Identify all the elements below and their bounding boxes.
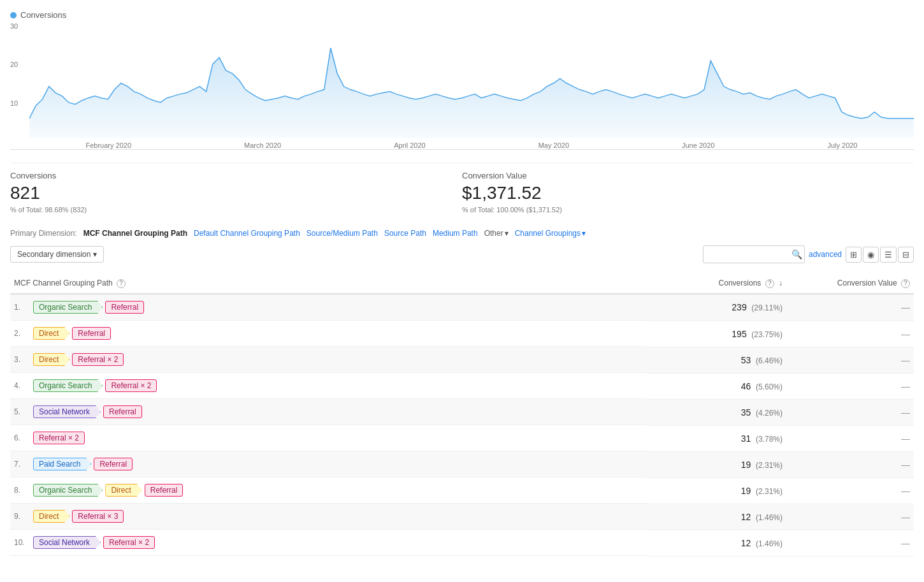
stat-conv-value-value: $1,371.52 (462, 183, 888, 203)
search-icon[interactable]: 🔍 (791, 249, 802, 259)
conv-number: 19 (741, 486, 751, 496)
conv-value-dash: — (901, 355, 910, 365)
dim-link-source[interactable]: Source Path (384, 229, 426, 238)
dim-other-chevron: ▾ (505, 229, 509, 238)
col-path-help[interactable]: ? (117, 279, 126, 288)
row-conversions: 31 (3.78%) (646, 425, 786, 451)
chart-svg (29, 22, 914, 138)
row-conversions: 12 (1.46%) (646, 530, 786, 556)
x-label-may: May 2020 (538, 142, 569, 149)
chart-container: 30 20 10 February 2020 March 2020 (10, 22, 914, 150)
chart-svg-area (29, 22, 914, 138)
dim-channel-groupings-dropdown[interactable]: Channel Groupings ▾ (515, 229, 586, 238)
col-header-path: MCF Channel Grouping Path ? (10, 273, 646, 294)
dim-link-medium[interactable]: Medium Path (433, 229, 478, 238)
y-label-30: 30 (10, 22, 18, 30)
row-number: 1. (14, 303, 33, 312)
col-val-help[interactable]: ? (901, 279, 910, 288)
chart-y-labels: 30 20 10 (10, 22, 18, 149)
tag-referral: Referral × 2 (33, 432, 85, 444)
conv-value-dash: — (901, 433, 910, 444)
row-number: 4. (14, 381, 33, 390)
x-label-mar: March 2020 (244, 142, 281, 149)
row-number: 10. (14, 538, 33, 547)
stat-conversions-value: 821 (10, 183, 437, 203)
conv-value-dash: — (901, 486, 910, 496)
chart-legend: Conversions (10, 10, 914, 20)
col-header-conversions[interactable]: Conversions ? ↓ (646, 273, 786, 294)
col-conv-help[interactable]: ? (765, 279, 774, 288)
tag-direct: Direct (105, 484, 141, 497)
x-label-apr: April 2020 (394, 142, 426, 149)
search-input[interactable] (709, 250, 791, 259)
conv-value-dash: — (901, 512, 910, 522)
y-label-20: 20 (10, 61, 18, 68)
row-path-cell: 6. Referral × 2 (10, 425, 646, 451)
row-conv-value: — (786, 294, 914, 321)
conv-percent: (1.46%) (756, 513, 783, 522)
x-label-jul: July 2020 (827, 142, 857, 149)
conv-value-dash: — (901, 407, 910, 418)
x-label-feb: February 2020 (86, 142, 132, 149)
table-row: 9. DirectReferral × 3 12 (1.46%) — (10, 504, 914, 530)
dim-active-link: MCF Channel Grouping Path (83, 229, 187, 238)
table-row: 10. Social NetworkReferral × 2 12 (1.46%… (10, 530, 914, 556)
advanced-link[interactable]: advanced (809, 250, 842, 259)
row-conv-value: — (786, 425, 914, 451)
dim-channel-groupings-label: Channel Groupings (515, 229, 581, 238)
tag-direct: Direct (33, 353, 69, 366)
row-conv-value: — (786, 504, 914, 530)
search-box: 🔍 (703, 245, 805, 263)
tag-direct: Direct (33, 510, 69, 523)
row-number: 9. (14, 512, 33, 521)
row-path-cell: 9. DirectReferral × 3 (10, 504, 646, 530)
table-row: 8. Organic SearchDirectReferral 19 (2.31… (10, 477, 914, 504)
conv-number: 239 (732, 302, 746, 312)
col-val-label: Conversion Value (837, 279, 897, 287)
view-grid-button[interactable]: ⊞ (846, 247, 862, 263)
row-conv-value: — (786, 451, 914, 477)
conv-percent: (2.31%) (756, 487, 783, 496)
row-conv-value: — (786, 399, 914, 425)
row-path-cell: 1. Organic SearchReferral (10, 295, 646, 321)
row-conv-value: — (786, 373, 914, 399)
row-conversions: 46 (5.60%) (646, 373, 786, 399)
view-list-button[interactable]: ☰ (880, 247, 897, 263)
secondary-dimension-button[interactable]: Secondary dimension ▾ (10, 246, 104, 263)
stat-conv-value-label: Conversion Value (462, 171, 888, 180)
conv-number: 12 (741, 512, 751, 522)
view-pie-button[interactable]: ◉ (863, 247, 879, 263)
row-conv-value: — (786, 347, 914, 373)
secondary-dim-chevron: ▾ (93, 250, 97, 259)
conv-number: 46 (741, 381, 751, 391)
row-conversions: 239 (29.11%) (646, 294, 786, 321)
tag-direct: Direct (33, 327, 69, 340)
conv-percent: (4.26%) (756, 409, 783, 418)
dim-other-dropdown[interactable]: Other ▾ (484, 229, 509, 238)
dim-link-source-medium[interactable]: Source/Medium Path (307, 229, 378, 238)
row-number: 7. (14, 460, 33, 469)
row-conv-value: — (786, 530, 914, 556)
toolbar: Secondary dimension ▾ 🔍 advanced ⊞ ◉ ☰ ⊟ (10, 245, 914, 263)
conv-value-dash: — (901, 329, 910, 339)
stat-conversions: Conversions 821 % of Total: 98.68% (832) (10, 171, 462, 214)
tag-paid: Paid Search (33, 458, 91, 470)
tag-referral: Referral × 2 (103, 536, 155, 549)
view-icons: ⊞ ◉ ☰ ⊟ (846, 247, 914, 263)
data-table: MCF Channel Grouping Path ? Conversions … (10, 273, 914, 557)
row-number: 3. (14, 355, 33, 364)
stat-conversions-sub: % of Total: 98.68% (832) (10, 206, 437, 214)
dim-link-default[interactable]: Default Channel Grouping Path (194, 229, 300, 238)
conv-number: 31 (741, 433, 751, 444)
view-pivot-button[interactable]: ⊟ (898, 247, 914, 263)
row-number: 5. (14, 407, 33, 416)
table-row: 1. Organic SearchReferral 239 (29.11%) — (10, 294, 914, 321)
conv-number: 35 (741, 407, 751, 418)
stat-conv-value-sub: % of Total: 100.00% ($1,371.52) (462, 206, 888, 214)
row-number: 8. (14, 486, 33, 495)
dim-channel-groupings-chevron: ▾ (582, 229, 586, 238)
row-conversions: 19 (2.31%) (646, 477, 786, 504)
row-conversions: 53 (6.46%) (646, 347, 786, 373)
tag-referral: Referral (145, 484, 184, 497)
conv-value-dash: — (901, 381, 910, 391)
